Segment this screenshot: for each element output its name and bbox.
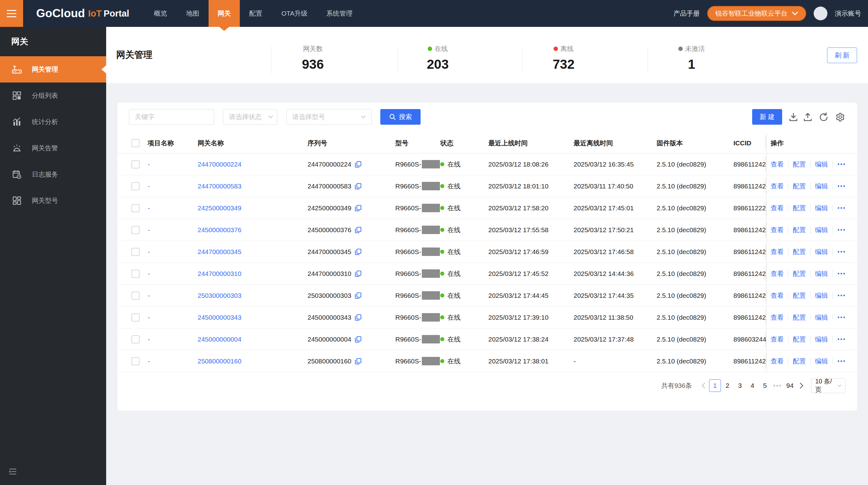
nav-tab-map[interactable]: 地图 bbox=[186, 0, 199, 27]
import-download-icon[interactable] bbox=[788, 112, 798, 122]
page-4[interactable]: 4 bbox=[747, 379, 758, 392]
row-checkbox[interactable] bbox=[131, 226, 140, 234]
copy-icon[interactable] bbox=[354, 292, 362, 299]
row-checkbox[interactable] bbox=[131, 204, 140, 212]
sidebar-collapse-icon[interactable] bbox=[7, 466, 19, 478]
config-action[interactable]: 配置 bbox=[793, 357, 806, 366]
row-checkbox[interactable] bbox=[131, 291, 140, 300]
row-checkbox[interactable] bbox=[131, 160, 140, 168]
config-action[interactable]: 配置 bbox=[793, 160, 806, 169]
export-upload-icon[interactable] bbox=[803, 112, 813, 122]
copy-icon[interactable] bbox=[354, 248, 362, 256]
pagination-ellipsis[interactable]: ••• bbox=[773, 382, 782, 389]
sidebar-item-statistics[interactable]: 统计分析 bbox=[0, 109, 106, 135]
page-5[interactable]: 5 bbox=[759, 379, 771, 392]
nav-tab-overview[interactable]: 概览 bbox=[154, 0, 167, 27]
copy-icon[interactable] bbox=[354, 358, 362, 365]
gateway-name-link[interactable]: 244700000583 bbox=[198, 182, 241, 190]
more-actions-icon[interactable] bbox=[838, 317, 845, 318]
edit-action[interactable]: 编辑 bbox=[815, 182, 828, 191]
status-select[interactable]: 请选择状态 bbox=[223, 109, 277, 125]
sidebar-item-group-list[interactable]: 分组列表 bbox=[0, 83, 106, 109]
gateway-name-link[interactable]: 245000000343 bbox=[198, 314, 241, 321]
edit-action[interactable]: 编辑 bbox=[815, 313, 828, 322]
avatar[interactable] bbox=[814, 6, 828, 20]
more-actions-icon[interactable] bbox=[838, 273, 845, 275]
keyword-input[interactable]: 关键字 bbox=[129, 109, 214, 125]
product-manual-link[interactable]: 产品手册 bbox=[674, 9, 700, 18]
next-page-icon[interactable] bbox=[796, 379, 807, 392]
sidebar-item-gateway-management[interactable]: 网关管理 bbox=[0, 56, 106, 83]
more-actions-icon[interactable] bbox=[838, 360, 845, 362]
config-action[interactable]: 配置 bbox=[793, 226, 806, 234]
page-1-active[interactable]: 1 bbox=[709, 379, 721, 392]
reload-icon[interactable] bbox=[819, 112, 829, 122]
more-actions-icon[interactable] bbox=[838, 164, 845, 165]
edit-action[interactable]: 编辑 bbox=[815, 248, 828, 256]
gateway-name-link[interactable]: 250800000160 bbox=[198, 358, 241, 365]
copy-icon[interactable] bbox=[354, 270, 362, 278]
nav-tab-ota-upgrade[interactable]: OTA升级 bbox=[281, 0, 308, 27]
nav-tab-config[interactable]: 配置 bbox=[249, 0, 262, 27]
config-action[interactable]: 配置 bbox=[793, 291, 806, 300]
select-all-checkbox[interactable] bbox=[131, 139, 140, 147]
create-button[interactable]: 新建 bbox=[752, 109, 782, 125]
edit-action[interactable]: 编辑 bbox=[815, 269, 828, 278]
view-action[interactable]: 查看 bbox=[771, 291, 784, 300]
gateway-name-link[interactable]: 244700000345 bbox=[198, 248, 241, 256]
config-action[interactable]: 配置 bbox=[793, 313, 806, 322]
config-action[interactable]: 配置 bbox=[793, 269, 806, 278]
page-last[interactable]: 94 bbox=[784, 379, 796, 392]
search-button[interactable]: 搜索 bbox=[380, 109, 421, 125]
model-select[interactable]: 请选择型号 bbox=[286, 109, 372, 125]
copy-icon[interactable] bbox=[354, 314, 362, 321]
sidebar-item-gateway-alarm[interactable]: 网关告警 bbox=[0, 135, 106, 161]
gateway-name-link[interactable]: 245000000376 bbox=[198, 226, 241, 234]
config-action[interactable]: 配置 bbox=[793, 182, 806, 191]
sidebar-item-gateway-model[interactable]: 网关型号 bbox=[0, 188, 106, 214]
nav-tab-gateway-active[interactable]: 网关 bbox=[209, 0, 240, 27]
config-action[interactable]: 配置 bbox=[793, 204, 806, 212]
view-action[interactable]: 查看 bbox=[771, 335, 784, 344]
row-checkbox[interactable] bbox=[131, 248, 140, 256]
gateway-name-link[interactable]: 245000000004 bbox=[198, 336, 241, 343]
row-checkbox[interactable] bbox=[131, 335, 140, 343]
view-action[interactable]: 查看 bbox=[771, 226, 784, 234]
nav-tab-system-admin[interactable]: 系统管理 bbox=[326, 0, 352, 27]
gateway-name-link[interactable]: 250300000303 bbox=[198, 292, 241, 299]
refresh-button[interactable]: 刷新 bbox=[827, 48, 857, 63]
more-actions-icon[interactable] bbox=[838, 338, 845, 340]
more-actions-icon[interactable] bbox=[838, 185, 845, 187]
more-actions-icon[interactable] bbox=[838, 229, 845, 231]
row-checkbox[interactable] bbox=[131, 357, 140, 365]
page-2[interactable]: 2 bbox=[721, 379, 734, 392]
hamburger-menu-icon[interactable] bbox=[0, 0, 23, 27]
row-checkbox[interactable] bbox=[131, 313, 140, 321]
copy-icon[interactable] bbox=[354, 226, 362, 234]
view-action[interactable]: 查看 bbox=[771, 269, 784, 278]
page-size-select[interactable]: 10 条/页 bbox=[811, 378, 845, 393]
view-action[interactable]: 查看 bbox=[771, 160, 784, 169]
more-actions-icon[interactable] bbox=[838, 251, 845, 253]
sidebar-item-log-service[interactable]: 日志服务 bbox=[0, 161, 106, 188]
edit-action[interactable]: 编辑 bbox=[815, 204, 828, 212]
view-action[interactable]: 查看 bbox=[771, 313, 784, 322]
edit-action[interactable]: 编辑 bbox=[815, 291, 828, 300]
edit-action[interactable]: 编辑 bbox=[815, 335, 828, 344]
prev-page-icon[interactable] bbox=[698, 379, 709, 392]
view-action[interactable]: 查看 bbox=[771, 357, 784, 366]
page-3[interactable]: 3 bbox=[734, 379, 746, 392]
more-actions-icon[interactable] bbox=[838, 207, 845, 209]
edit-action[interactable]: 编辑 bbox=[815, 226, 828, 234]
edit-action[interactable]: 编辑 bbox=[815, 160, 828, 169]
row-checkbox[interactable] bbox=[131, 270, 140, 278]
copy-icon[interactable] bbox=[354, 161, 362, 168]
more-actions-icon[interactable] bbox=[838, 295, 845, 296]
platform-switcher-button[interactable]: 锐谷智联工业物联云平台 bbox=[707, 6, 806, 21]
copy-icon[interactable] bbox=[354, 182, 362, 190]
view-action[interactable]: 查看 bbox=[771, 182, 784, 191]
view-action[interactable]: 查看 bbox=[771, 248, 784, 256]
row-checkbox[interactable] bbox=[131, 182, 140, 190]
gateway-name-link[interactable]: 244700000224 bbox=[198, 161, 241, 168]
view-action[interactable]: 查看 bbox=[771, 204, 784, 212]
